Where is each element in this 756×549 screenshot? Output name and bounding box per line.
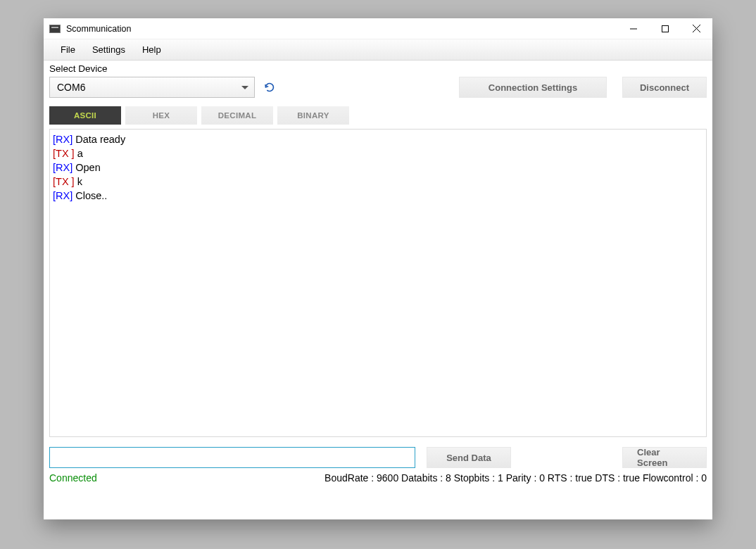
- rx-tag: [RX]: [53, 134, 73, 145]
- menu-settings[interactable]: Settings: [84, 40, 134, 59]
- status-connected: Connected: [49, 472, 97, 484]
- connection-settings-button[interactable]: Connection Settings: [459, 77, 607, 98]
- content-area: Select Device COM6 Connection Settings D…: [44, 61, 712, 519]
- rx-tag: [RX]: [53, 162, 73, 173]
- tab-hex[interactable]: HEX: [125, 106, 197, 125]
- chevron-down-icon: [241, 86, 248, 89]
- device-row: COM6 Connection Settings Disconnect: [44, 75, 712, 102]
- rx-tag: [RX]: [53, 190, 73, 201]
- app-window: Scommunication File Settings Help Select…: [44, 18, 712, 519]
- terminal-output: [RX] Data ready[TX ] a[RX] Open[TX ] k[R…: [49, 129, 707, 437]
- tx-tag: [TX ]: [53, 176, 75, 187]
- menu-help[interactable]: Help: [134, 40, 170, 59]
- window-title: Scommunication: [66, 24, 617, 34]
- terminal-text: Close..: [73, 190, 107, 201]
- terminal-line: [RX] Data ready: [53, 132, 703, 146]
- close-button[interactable]: [681, 18, 712, 39]
- tab-ascii[interactable]: ASCII: [49, 106, 121, 125]
- send-row: Send Data Clear Screen: [44, 437, 712, 471]
- app-icon: [49, 25, 61, 33]
- device-dropdown[interactable]: COM6: [49, 77, 255, 98]
- disconnect-button[interactable]: Disconnect: [622, 77, 707, 98]
- format-tabs: ASCII HEX DECIMAL BINARY: [44, 102, 712, 125]
- tx-tag: [TX ]: [53, 148, 75, 159]
- minimize-button[interactable]: [617, 18, 649, 39]
- send-input[interactable]: [49, 447, 415, 468]
- terminal-text: k: [75, 176, 82, 187]
- tab-decimal[interactable]: DECIMAL: [201, 106, 273, 125]
- svg-rect-1: [662, 25, 668, 32]
- titlebar: Scommunication: [44, 18, 712, 39]
- terminal-line: [TX ] k: [53, 175, 703, 189]
- terminal-text: Open: [73, 162, 101, 173]
- statusbar: Connected BoudRate : 9600 Databits : 8 S…: [44, 471, 712, 488]
- tab-binary[interactable]: BINARY: [277, 106, 349, 125]
- send-data-button[interactable]: Send Data: [427, 447, 511, 468]
- terminal-text: Data ready: [73, 134, 125, 145]
- terminal-text: a: [75, 148, 83, 159]
- window-controls: [617, 18, 712, 39]
- refresh-icon: [264, 82, 275, 93]
- clear-screen-button[interactable]: Clear Screen: [622, 447, 707, 468]
- terminal-line: [TX ] a: [53, 146, 703, 160]
- refresh-button[interactable]: [260, 78, 279, 96]
- terminal-line: [RX] Close..: [53, 189, 703, 203]
- maximize-button[interactable]: [649, 18, 681, 39]
- device-selected-value: COM6: [57, 82, 85, 93]
- status-parameters: BoudRate : 9600 Databits : 8 Stopbits : …: [325, 472, 707, 484]
- select-device-label: Select Device: [44, 61, 712, 75]
- terminal-line: [RX] Open: [53, 160, 703, 175]
- menu-file[interactable]: File: [52, 40, 84, 59]
- menubar: File Settings Help: [44, 39, 712, 61]
